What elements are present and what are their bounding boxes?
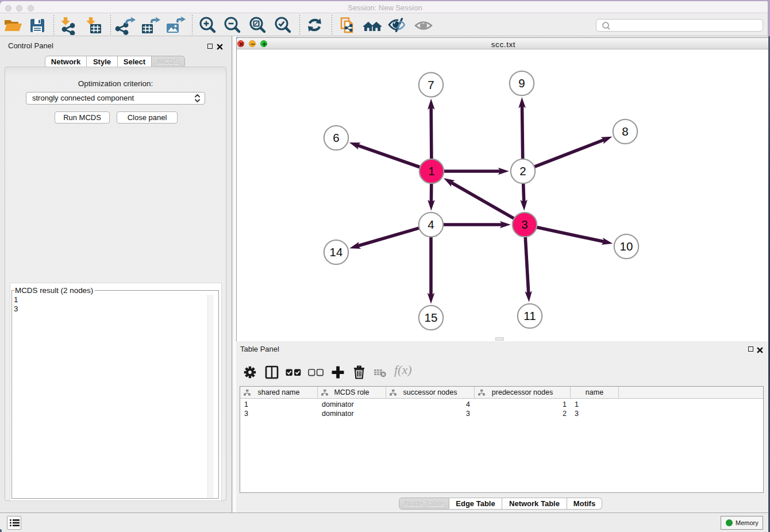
svg-text:6: 6 [333,131,339,144]
svg-text:7: 7 [428,78,434,91]
svg-text:2: 2 [519,164,526,178]
svg-text:3: 3 [521,218,528,231]
svg-text:8: 8 [622,125,628,138]
svg-text:10: 10 [620,240,633,253]
svg-text:9: 9 [518,76,525,90]
svg-text:11: 11 [523,309,536,322]
svg-text:4: 4 [428,218,434,231]
svg-text:1: 1 [428,164,434,178]
svg-text:15: 15 [425,311,438,324]
svg-text:14: 14 [330,245,343,259]
